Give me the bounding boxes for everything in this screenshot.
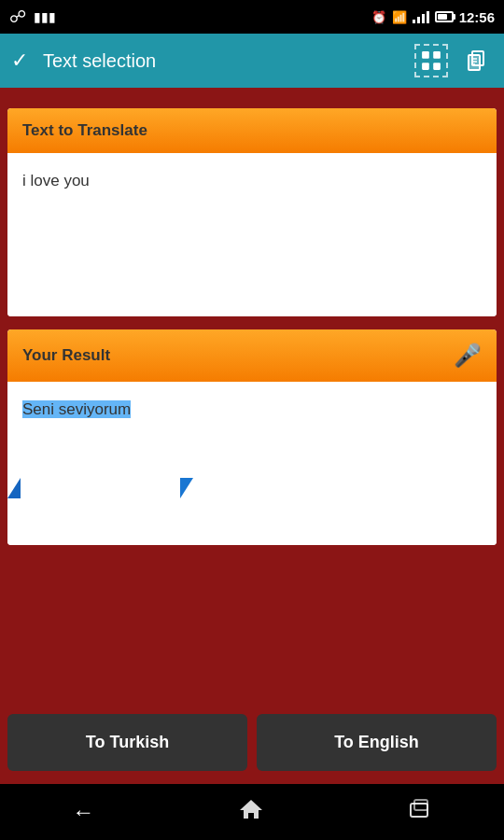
grid-icon: [421, 50, 441, 71]
translate-box: Text to Translate i love you: [7, 108, 497, 316]
battery-icon: [435, 11, 454, 22]
result-area[interactable]: Seni seviyorum: [7, 382, 497, 545]
copy-icon: [465, 49, 487, 72]
input-text: i love you: [22, 172, 90, 189]
red-spacer: [0, 88, 504, 108]
home-icon: [239, 797, 263, 821]
svg-rect-3: [433, 63, 441, 70]
check-button[interactable]: ✓: [11, 49, 28, 73]
mic-icon[interactable]: 🎤: [454, 343, 482, 369]
copy-icon-button[interactable]: [459, 44, 493, 77]
grid-icon-button[interactable]: [414, 44, 448, 77]
result-box-header: Your Result 🎤: [7, 329, 497, 382]
text-cursor-left: [7, 478, 21, 498]
result-box-title: Your Result: [22, 346, 110, 365]
status-right-icons: ⏰ 📶 12:56: [371, 9, 495, 25]
page-title: Text selection: [43, 50, 399, 72]
svg-rect-2: [422, 63, 429, 70]
main-content: Text to Translate i love you Your Result…: [0, 108, 504, 701]
nav-bar: ←: [0, 784, 504, 840]
svg-rect-1: [433, 51, 441, 59]
clock: 12:56: [459, 9, 495, 25]
signal-icon: [413, 10, 429, 23]
recent-apps-button[interactable]: [408, 797, 432, 827]
svg-rect-12: [414, 800, 427, 810]
translate-input-area[interactable]: i love you: [7, 153, 497, 316]
result-text: Seni seviyorum: [22, 400, 131, 418]
status-bar: ☍ ▮▮▮ ⏰ 📶 12:56: [0, 0, 504, 34]
back-button[interactable]: ←: [72, 799, 94, 825]
to-turkish-button[interactable]: To Turkish: [7, 714, 247, 771]
recent-icon: [408, 797, 432, 821]
to-english-button[interactable]: To English: [257, 714, 497, 771]
whatsapp-icon: ☍: [9, 7, 26, 27]
top-bar: ✓ Text selection: [0, 34, 504, 88]
wifi-icon: 📶: [392, 10, 407, 24]
translate-box-title: Text to Translate: [22, 121, 147, 140]
home-button[interactable]: [239, 797, 263, 827]
top-bar-actions: [414, 44, 493, 77]
result-box: Your Result 🎤 Seni seviyorum: [7, 329, 497, 545]
barcode-icon: ▮▮▮: [34, 9, 56, 24]
alarm-icon: ⏰: [371, 10, 386, 24]
svg-rect-0: [422, 51, 429, 59]
status-left-icons: ☍ ▮▮▮: [9, 7, 56, 27]
text-cursor-right: [180, 478, 193, 498]
translate-box-header: Text to Translate: [7, 108, 497, 153]
svg-rect-6: [469, 56, 479, 69]
svg-marker-10: [240, 800, 262, 819]
bottom-buttons: To Turkish To English: [0, 701, 504, 784]
